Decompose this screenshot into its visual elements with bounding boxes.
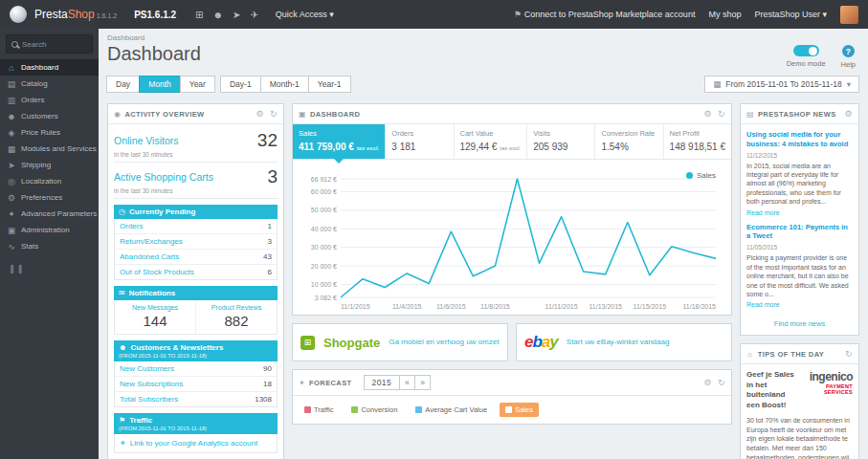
online-visitors-link[interactable]: Online Visitors bbox=[114, 135, 179, 146]
sidebar-item[interactable]: ✦ Advanced Parameters bbox=[0, 206, 99, 222]
customer-icon[interactable]: ☻ bbox=[212, 10, 223, 20]
sidebar-item-label: Catalog bbox=[21, 79, 48, 88]
forecast-legend-item[interactable]: Average Cart Value bbox=[410, 403, 493, 417]
range-button[interactable]: Day-1 bbox=[220, 76, 261, 93]
user-avatar[interactable] bbox=[840, 6, 858, 24]
active-carts-link[interactable]: Active Shopping Carts bbox=[114, 171, 213, 183]
sidebar-item[interactable]: ⌂ Dashboard bbox=[0, 59, 99, 76]
my-shop-link[interactable]: My shop bbox=[708, 10, 741, 19]
range-button[interactable]: Year bbox=[180, 76, 215, 93]
ebay-ad-link[interactable]: Start uw eBay-winkel vandaag bbox=[567, 338, 670, 347]
sidebar-item[interactable]: ▣ Administration bbox=[0, 222, 99, 238]
forecast-legend-label: Traffic bbox=[314, 405, 333, 414]
ingenico-logo[interactable]: ingenico PAYMENT SERVICES bbox=[802, 370, 853, 410]
quick-access-menu[interactable]: Quick Access ▾ bbox=[276, 10, 334, 19]
kpi-sub-label: tax excl. bbox=[500, 145, 521, 151]
google-analytics-link[interactable]: ⚭ Link to your Google Analytics account bbox=[114, 434, 278, 453]
sidebar-item[interactable]: ☻ Customers bbox=[0, 108, 99, 124]
sidebar-item-icon: ⚙ bbox=[7, 193, 16, 203]
kpi-box[interactable]: Conversion Rate 1.54% bbox=[595, 124, 663, 159]
marketplace-link[interactable]: ⚑Connect to PrestaShop Marketplace accou… bbox=[514, 10, 696, 19]
kpi-box[interactable]: Sales 411 759,00 € tax excl. bbox=[293, 124, 386, 159]
kpi-box[interactable]: Visits 205 939 bbox=[527, 124, 595, 159]
demo-mode-toggle[interactable] bbox=[793, 45, 819, 56]
sidebar-item[interactable]: ▦ Modules and Services bbox=[0, 141, 99, 157]
refresh-icon[interactable]: ↻ bbox=[845, 349, 853, 359]
sidebar-item-label: Customers bbox=[21, 112, 58, 120]
sidebar-item[interactable]: ◈ Price Rules bbox=[0, 124, 99, 141]
activity-row-link[interactable]: New Subscriptions bbox=[120, 380, 183, 388]
search-input[interactable] bbox=[22, 40, 87, 49]
refresh-icon[interactable]: ↻ bbox=[718, 109, 725, 119]
notification-stat[interactable]: Product Reviews 882 bbox=[196, 300, 277, 334]
sidebar-item[interactable]: ➤ Shipping bbox=[0, 157, 99, 173]
forecast-year-select[interactable]: 2015 bbox=[364, 375, 401, 390]
chart-legend[interactable]: Sales bbox=[686, 171, 716, 180]
topbar-quick-icons: ⊞ ☻ ➤ ✈ bbox=[195, 10, 258, 20]
refresh-icon[interactable]: ↻ bbox=[270, 109, 278, 119]
activity-panel-title: ACTIVITY OVERVIEW bbox=[124, 110, 204, 119]
sidebar-item-label: Modules and Services bbox=[21, 144, 97, 153]
read-more-link[interactable]: Read more bbox=[746, 301, 780, 308]
refresh-icon[interactable]: ↻ bbox=[718, 378, 725, 387]
export-icon[interactable]: ➤ bbox=[233, 10, 240, 20]
next-year-button[interactable]: » bbox=[414, 375, 431, 390]
find-more-news-link[interactable]: Find more news bbox=[741, 317, 858, 335]
lightbulb-icon: ☼ bbox=[746, 350, 754, 359]
svg-text:3 082 €: 3 082 € bbox=[315, 295, 337, 301]
range-buttons-current: DayMonthYear bbox=[107, 76, 215, 93]
activity-row-link[interactable]: Abandoned Carts bbox=[120, 252, 179, 261]
kpi-box[interactable]: Orders 3 181 bbox=[386, 124, 454, 159]
topbar: PrestaShop1.6.1.2 PS1.6.1.2 ⊞ ☻ ➤ ✈ Quic… bbox=[0, 0, 868, 29]
shop-name[interactable]: PS1.6.1.2 bbox=[134, 10, 176, 20]
news-headline-link[interactable]: Using social media for your business: 4 … bbox=[746, 130, 853, 149]
activity-row-link[interactable]: Out of Stock Products bbox=[120, 268, 194, 276]
ebay-module-ad[interactable]: ebay Start uw eBay-winkel vandaag bbox=[516, 323, 732, 361]
notification-value: 882 bbox=[198, 313, 275, 329]
sidebar-item[interactable]: ▥ Orders bbox=[0, 92, 99, 108]
forecast-legend-label: Conversion bbox=[361, 405, 397, 414]
activity-row-link[interactable]: Return/Exchanges bbox=[120, 237, 183, 246]
notifications-section-header: ✉Notifications bbox=[114, 286, 278, 300]
forecast-legend-item[interactable]: Sales bbox=[500, 403, 539, 417]
forecast-legend-item[interactable]: Traffic bbox=[299, 403, 339, 417]
collapse-menu-button[interactable]: ❚❚ bbox=[0, 254, 99, 283]
range-button[interactable]: Month-1 bbox=[260, 76, 309, 93]
date-range-picker[interactable]: ▦ From 2015-11-01 To 2015-11-18 ▾ bbox=[704, 76, 859, 93]
sidebar-item[interactable]: ▤ Catalog bbox=[0, 76, 99, 92]
previous-year-button[interactable]: « bbox=[399, 375, 415, 390]
cart-icon[interactable]: ⊞ bbox=[195, 10, 203, 20]
sidebar-item[interactable]: ◎ Localization bbox=[0, 173, 99, 189]
sidebar-item-label: Shipping bbox=[21, 161, 51, 169]
shopgate-module-ad[interactable]: ⊞ Shopgate Ga mobiel en verhoog uw omzet bbox=[292, 323, 508, 361]
sidebar-item[interactable]: ∿ Stats bbox=[0, 238, 99, 254]
activity-row-link[interactable]: Total Subscribers bbox=[120, 395, 178, 404]
breadcrumb[interactable]: Dashboard bbox=[107, 33, 859, 42]
kpi-box[interactable]: Net Profit 148 918,51 € bbox=[664, 124, 731, 159]
activity-row-link[interactable]: New Customers bbox=[120, 364, 174, 373]
kpi-box[interactable]: Cart Value 129,44 € tax excl. bbox=[455, 124, 528, 159]
range-button[interactable]: Year-1 bbox=[308, 76, 351, 93]
help-icon[interactable]: ? bbox=[842, 45, 855, 57]
gear-icon[interactable]: ⚙ bbox=[704, 378, 712, 387]
read-more-link[interactable]: Read more bbox=[746, 209, 780, 216]
brand[interactable]: PrestaShop1.6.1.2 bbox=[34, 8, 117, 21]
sidebar-search bbox=[6, 34, 93, 54]
range-button[interactable]: Month bbox=[139, 76, 181, 93]
kpi-label: Cart Value bbox=[460, 129, 522, 138]
prestashop-logo[interactable] bbox=[10, 6, 27, 23]
news-headline-link[interactable]: Ecommerce 101: Payments in a Tweet bbox=[746, 223, 853, 242]
gear-icon[interactable]: ⚙ bbox=[704, 109, 712, 119]
rocket-icon[interactable]: ✈ bbox=[250, 10, 257, 20]
activity-row-link[interactable]: Orders bbox=[120, 222, 143, 230]
gear-icon[interactable]: ⚙ bbox=[256, 109, 264, 119]
gear-icon[interactable]: ⚙ bbox=[845, 109, 853, 119]
user-menu[interactable]: PrestaShop User ▾ bbox=[754, 10, 827, 19]
forecast-legend-label: Sales bbox=[515, 405, 533, 414]
shopgate-ad-link[interactable]: Ga mobiel en verhoog uw omzet bbox=[389, 338, 499, 347]
forecast-legend-item[interactable]: Conversion bbox=[345, 403, 403, 417]
sidebar-item-label: Administration bbox=[21, 226, 70, 234]
range-button[interactable]: Day bbox=[106, 76, 140, 93]
sidebar-item[interactable]: ⚙ Preferences bbox=[0, 189, 99, 206]
notification-stat[interactable]: New Messages 144 bbox=[115, 300, 196, 334]
